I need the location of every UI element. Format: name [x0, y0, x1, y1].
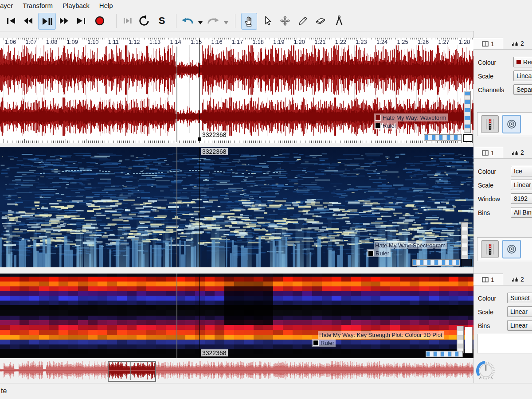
play-selection-icon — [122, 16, 133, 26]
layer-row-ruler[interactable]: Ruler — [374, 121, 398, 129]
fast-forward-to-end-icon — [76, 16, 86, 26]
layer-buttons — [477, 237, 532, 261]
select-tool-button[interactable] — [260, 13, 275, 29]
loop-button[interactable] — [137, 13, 152, 29]
navigate-tool-button[interactable] — [241, 13, 257, 30]
tab-layer-2[interactable]: 2 — [503, 274, 532, 285]
play-pause-button[interactable] — [38, 13, 56, 30]
tab-label: 2 — [520, 40, 524, 47]
property-label-scale: Scale — [478, 180, 493, 191]
playback-cursor-line — [176, 274, 177, 358]
caret-down-icon — [223, 20, 229, 25]
layer-chart-icon — [512, 41, 518, 46]
scale-dropdown[interactable]: Linear — [507, 306, 532, 317]
zoom-reset-button[interactable] — [463, 134, 473, 142]
menu-playback[interactable]: Playback — [63, 1, 94, 10]
window-dropdown[interactable]: 8192 — [511, 193, 532, 204]
spectrogram-pane[interactable]: Hate My Way: Spectrogram Ruler 1:15.337 … — [0, 147, 473, 267]
rewind-to-start-button[interactable] — [4, 13, 19, 29]
cursor-frame: 3322368 — [201, 349, 228, 356]
key-strength-pane[interactable]: Hate My Way: Key Strength Plot: Colour 3… — [0, 274, 473, 358]
dropdown-value: Sunset — [510, 293, 530, 303]
scale-dropdown[interactable]: Linear — [513, 70, 532, 81]
property-label-colour: Colour — [478, 293, 496, 304]
tab-layer-2[interactable]: 2 — [503, 147, 532, 158]
colour-dropdown[interactable]: Red — [513, 57, 532, 67]
vertical-zoom-wheel[interactable] — [464, 91, 471, 133]
panel-tabs: 1 2 — [473, 38, 532, 50]
undo-button[interactable] — [180, 13, 195, 29]
overview-waveform[interactable] — [0, 360, 473, 381]
visibility-eye-button[interactable] — [502, 115, 521, 133]
menu-help[interactable]: Help — [99, 1, 118, 10]
erase-tool-button[interactable] — [313, 13, 328, 29]
horizontal-zoom-wheel[interactable] — [426, 351, 463, 357]
center-cursor-line — [200, 274, 200, 358]
layer-row-ruler[interactable]: Ruler — [367, 249, 391, 257]
tab-label: 2 — [520, 276, 524, 283]
zoom-reset-button[interactable] — [465, 327, 473, 353]
panel-tabs: 1 2 — [473, 147, 532, 159]
layer-swatch — [375, 115, 381, 121]
zoom-reset-button[interactable] — [461, 259, 472, 266]
panel-tabs: 1 2 — [473, 274, 532, 286]
redo-button[interactable] — [206, 13, 221, 29]
menu-layer[interactable]: ayer — [0, 1, 18, 10]
colour-dropdown[interactable]: Sunset — [507, 293, 532, 303]
horizontal-zoom-wheel[interactable] — [424, 134, 462, 141]
scale-dropdown[interactable]: Linear — [511, 180, 532, 190]
redo-menu-caret[interactable] — [223, 19, 229, 23]
pane-icon — [482, 277, 489, 282]
cursor-frame: 3322368 — [201, 148, 228, 155]
layer-row-waveform[interactable]: Hate My Way: Waveform — [374, 113, 448, 121]
playback-dots-button[interactable] — [481, 115, 499, 133]
colour-dropdown[interactable]: Ice — [511, 166, 532, 176]
tab-layer-2[interactable]: 2 — [503, 38, 532, 49]
tab-pane-1[interactable]: 1 — [473, 274, 503, 285]
menu-transform[interactable]: Transform — [23, 1, 58, 10]
layer-row-spectrogram[interactable]: Hate My Way: Spectrogram — [374, 241, 447, 249]
bins-dropdown[interactable]: All Bins — [511, 207, 532, 218]
solo-button[interactable]: S — [154, 13, 169, 29]
cursor-arrow-icon — [262, 16, 273, 26]
layer-labels: Hate My Way: Key Strength Plot: Colour 3… — [312, 331, 444, 347]
tab-pane-1[interactable]: 1 — [473, 38, 503, 49]
overview-view-rectangle[interactable] — [108, 361, 156, 382]
fast-forward-to-end-button[interactable] — [74, 13, 89, 29]
fast-forward-button[interactable] — [57, 13, 72, 29]
layer-label: Ruler — [383, 122, 396, 129]
horizontal-zoom-wheel[interactable] — [412, 259, 460, 266]
playback-dots-button[interactable] — [481, 240, 499, 258]
channels-dropdown[interactable]: Separate — [513, 84, 532, 95]
record-icon — [94, 15, 106, 27]
property-label-bins: Bins — [478, 321, 490, 331]
visibility-eye-button[interactable] — [502, 240, 521, 258]
property-label-scale: Scale — [478, 307, 493, 317]
key-strength-properties-panel: 1 2 Colour Sunset Scale Linear Bins Line… — [473, 274, 532, 358]
layer-labels: Hate My Way: Spectrogram Ruler — [374, 241, 447, 257]
bins-dropdown[interactable]: Linear — [507, 320, 532, 331]
play-selection-button[interactable] — [120, 13, 135, 29]
property-label-scale: Scale — [478, 71, 493, 82]
move-arrows-icon — [280, 16, 290, 26]
draw-tool-button[interactable] — [295, 13, 310, 29]
edit-tool-button[interactable] — [278, 13, 293, 29]
layer-swatch — [313, 340, 319, 346]
gain-knob[interactable] — [474, 359, 497, 382]
tab-label: 1 — [491, 276, 494, 283]
rewind-icon — [23, 16, 33, 26]
tab-pane-1[interactable]: 1 — [473, 147, 503, 158]
undo-menu-caret[interactable] — [198, 19, 203, 23]
layer-labels: Hate My Way: Waveform Ruler — [374, 113, 448, 129]
waveform-pane[interactable]: Hate My Way: Waveform Ruler 1:15.337 332… — [0, 38, 473, 143]
colour-swatch — [516, 60, 521, 64]
measure-tool-button[interactable] — [332, 13, 347, 29]
vertical-zoom-wheel[interactable] — [461, 222, 468, 260]
property-label-colour: Colour — [478, 57, 496, 68]
layer-row-key-strength[interactable]: Hate My Way: Key Strength Plot: Colour 3… — [318, 331, 444, 339]
eye-icon — [506, 119, 517, 129]
rewind-button[interactable] — [20, 13, 35, 29]
record-button[interactable] — [92, 13, 107, 29]
vertical-zoom-wheel[interactable] — [457, 326, 464, 353]
layer-row-ruler[interactable]: Ruler — [312, 339, 336, 347]
